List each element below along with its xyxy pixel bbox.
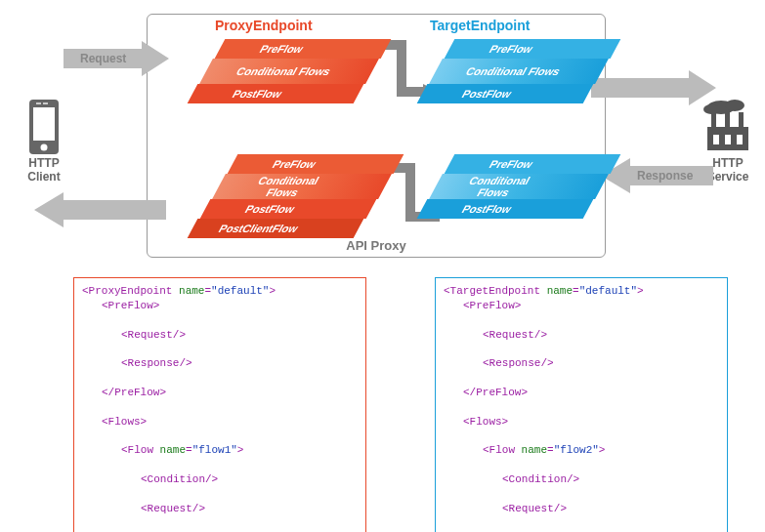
svg-rect-14 [737, 135, 743, 144]
request-label: Request [80, 52, 126, 65]
svg-rect-1 [33, 107, 55, 141]
svg-marker-18 [34, 192, 166, 227]
label: Conditional Flows [234, 65, 333, 77]
svg-rect-3 [36, 102, 41, 104]
svg-rect-13 [725, 135, 731, 144]
label: Conditional Flows [464, 65, 563, 77]
svg-point-6 [725, 100, 744, 111]
label: PreFlow [488, 43, 535, 55]
label: Conditional Flows [461, 175, 532, 198]
target-req-postflow: PostFlow [417, 84, 594, 103]
response-label: Response [637, 169, 693, 183]
output-arrow-left-icon [29, 190, 166, 229]
svg-rect-10 [725, 112, 730, 132]
proxy-res-preflow: PreFlow [228, 154, 404, 174]
proxy-req-condflows: Conditional Flows [199, 59, 379, 84]
svg-rect-9 [711, 112, 716, 132]
target-req-condflows: Conditional Flows [429, 59, 609, 84]
svg-rect-4 [43, 102, 48, 104]
target-res-preflow: PreFlow [445, 154, 621, 174]
label: PreFlow [258, 43, 306, 55]
proxy-res-postflow: PostFlow [200, 199, 377, 219]
label: PostFlow [460, 88, 514, 100]
label: PostFlow [231, 88, 284, 100]
target-res-condflows: Conditional Flows [429, 174, 609, 199]
target-code-box: <TargetEndpoint name="default"> <PreFlow… [435, 277, 728, 532]
label: PostFlow [243, 203, 297, 215]
label: PostFlow [460, 203, 514, 215]
label: Conditional Flows [250, 175, 321, 198]
target-res-postflow: PostFlow [417, 199, 594, 219]
svg-rect-12 [713, 135, 719, 144]
proxy-res-condflows: Conditional Flows [212, 174, 392, 199]
code-row: <ProxyEndpoint name="default"> <PreFlow>… [10, 277, 755, 532]
http-client: HTTP Client [10, 98, 78, 184]
proxy-endpoint-title: ProxyEndpoint [215, 18, 313, 33]
label: PreFlow [488, 158, 535, 170]
phone-icon [25, 98, 63, 156]
http-client-label: HTTP Client [10, 156, 78, 184]
svg-point-2 [41, 144, 48, 151]
proxy-req-preflow: PreFlow [215, 39, 392, 59]
label: PostClientFlow [217, 223, 301, 234]
svg-rect-11 [739, 112, 744, 132]
proxy-code-box: <ProxyEndpoint name="default"> <PreFlow>… [73, 277, 366, 532]
diagram-stage: API Proxy ProxyEndpoint TargetEndpoint H… [10, 10, 755, 264]
api-proxy-label: API Proxy [346, 238, 405, 253]
target-endpoint-title: TargetEndpoint [430, 18, 530, 33]
proxy-res-postclientflow: PostClientFlow [188, 219, 364, 238]
proxy-req-postflow: PostFlow [188, 84, 364, 103]
label: PreFlow [271, 158, 319, 170]
svg-marker-17 [591, 70, 716, 105]
target-req-preflow: PreFlow [445, 39, 621, 59]
output-arrow-right-icon [591, 68, 718, 107]
